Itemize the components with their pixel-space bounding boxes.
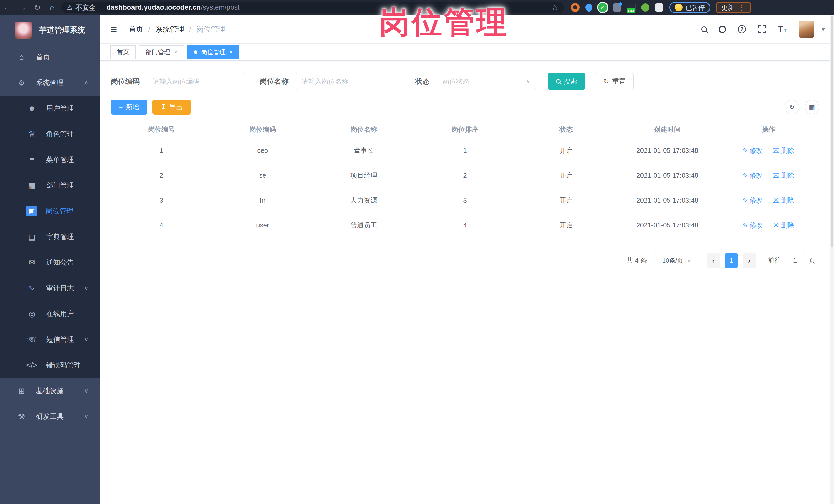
page-size-select[interactable]: 10条/页 ∨ (654, 253, 695, 268)
edit-link[interactable]: ✎修改 (743, 171, 763, 180)
code-icon: </> (26, 361, 38, 370)
sidebar-item-home[interactable]: ⌂ 首页 (0, 44, 100, 70)
extension-grid-icon[interactable] (613, 3, 621, 12)
post-code-input[interactable] (147, 73, 244, 90)
close-icon[interactable]: × (174, 48, 177, 56)
sidebar-item-online-users[interactable]: ◎ 在线用户 (0, 301, 100, 327)
page-scrollbar[interactable] (830, 15, 834, 504)
avatar-caret-down-icon[interactable]: ▾ (822, 26, 825, 33)
font-size-icon[interactable]: T T (778, 25, 787, 33)
home-icon: ⌂ (16, 52, 27, 61)
cell-post-id: 3 (111, 188, 212, 213)
next-page-button[interactable]: › (743, 254, 756, 268)
browser-forward-icon[interactable]: → (15, 3, 30, 12)
browser-menu-kebab-icon[interactable]: ⋮ (738, 3, 745, 12)
url-path: /system/post (201, 4, 240, 12)
extension-green-check-icon[interactable]: ✓ (598, 3, 607, 12)
add-button[interactable]: + 新增 (111, 100, 147, 114)
prev-page-button[interactable]: ‹ (707, 254, 720, 268)
sms-icon: ☏ (26, 335, 38, 344)
edit-link[interactable]: ✎修改 (743, 146, 763, 155)
sidebar-item-notices[interactable]: ✉ 通知公告 (0, 249, 100, 275)
sidebar-item-menus[interactable]: ≡ 菜单管理 (0, 147, 100, 173)
sidebar-item-sms[interactable]: ☏ 短信管理 ∨ (0, 327, 100, 352)
status-select[interactable]: 岗位状态 ∨ (437, 73, 536, 90)
extension-greasemonkey-icon[interactable]: GM (627, 4, 636, 11)
sidebar-item-infrastructure[interactable]: ⊞ 基础设施 ∨ (0, 378, 100, 403)
goto-label: 前往 (768, 256, 781, 265)
search-button[interactable]: 搜索 (548, 73, 585, 90)
scrollbar-thumb[interactable] (831, 16, 833, 247)
extensions-puzzle-icon[interactable] (655, 3, 663, 12)
sidebar-item-error-codes[interactable]: </> 错误码管理 (0, 352, 100, 378)
refresh-table-button[interactable]: ↻ (785, 100, 799, 114)
extension-orange-ring-icon[interactable] (571, 3, 579, 12)
tab-departments[interactable]: 部门管理 × (139, 45, 184, 59)
status-label: 状态 (415, 76, 430, 86)
main-content: 岗位编码 岗位名称 状态 岗位状态 ∨ 搜索 ↻ 重置 + (100, 61, 830, 504)
status-select-placeholder: 岗位状态 (443, 77, 526, 86)
delete-link[interactable]: ⌧删除 (772, 221, 794, 230)
delete-label: 删除 (781, 221, 794, 230)
close-icon[interactable]: × (229, 48, 233, 56)
sidebar-item-label: 字典管理 (46, 232, 74, 241)
breadcrumb-home[interactable]: 首页 (129, 24, 143, 34)
active-tab-dot (194, 50, 197, 54)
browser-reload-icon[interactable]: ↻ (30, 3, 45, 12)
hamburger-icon[interactable]: ≡ (110, 23, 117, 36)
extension-icons: ✓ GM (571, 3, 663, 12)
extension-leaf-icon[interactable] (641, 3, 650, 12)
sidebar-item-posts[interactable]: ▣ 岗位管理 (0, 198, 100, 224)
help-icon[interactable]: ? (738, 25, 746, 34)
sidebar-item-label: 岗位管理 (46, 206, 73, 216)
edit-link[interactable]: ✎修改 (743, 196, 763, 205)
delete-link[interactable]: ⌧删除 (772, 196, 794, 205)
github-icon[interactable] (719, 26, 726, 33)
search-button-icon (556, 79, 561, 84)
browser-back-icon[interactable]: ← (0, 3, 15, 12)
fullscreen-icon[interactable] (758, 25, 766, 34)
cell-create-time: 2021-01-05 17:03:48 (617, 138, 718, 163)
current-page-button[interactable]: 1 (725, 254, 738, 268)
cell-post-sort: 4 (414, 213, 515, 238)
edit-link[interactable]: ✎修改 (743, 221, 763, 230)
security-warning-icon[interactable]: ⚠ (67, 4, 72, 11)
sidebar-item-departments[interactable]: ▦ 部门管理 (0, 173, 100, 198)
edit-icon: ✎ (743, 147, 748, 154)
sidebar: 芋道管理系统 ⌂ 首页 ⚙ 系统管理 ∧ ☻ 用户管理 ♛ 角色管理 ≡ 菜单管… (0, 15, 100, 504)
sidebar-item-dictionary[interactable]: ▤ 字典管理 (0, 224, 100, 249)
cell-post-code: ceo (212, 138, 313, 163)
tab-posts[interactable]: 岗位管理 × (188, 45, 239, 59)
sidebar-item-audit-log[interactable]: ✎ 审计日志 ∨ (0, 275, 100, 301)
add-button-label: 新增 (126, 103, 139, 112)
cell-post-id: 1 (111, 138, 212, 163)
search-icon[interactable] (701, 26, 707, 32)
user-avatar[interactable] (798, 21, 814, 38)
column-settings-button[interactable]: ▦ (805, 100, 819, 114)
post-code-label: 岗位编码 (111, 76, 140, 86)
browser-home-icon[interactable]: ⌂ (45, 3, 60, 12)
col-status: 状态 (516, 121, 617, 138)
browser-update-button[interactable]: 更新 ⋮ (716, 2, 751, 13)
sidebar-item-system[interactable]: ⚙ 系统管理 ∧ (0, 70, 100, 95)
edit-label: 修改 (749, 171, 763, 180)
paused-extension-pill[interactable]: 已暂停 (670, 2, 710, 13)
post-name-input[interactable] (296, 73, 393, 90)
dictionary-icon: ▤ (26, 232, 38, 241)
bookmark-star-icon[interactable]: ☆ (551, 3, 558, 12)
goto-page-input[interactable] (786, 253, 804, 268)
delete-link[interactable]: ⌧删除 (772, 171, 794, 180)
sidebar-item-roles[interactable]: ♛ 角色管理 (0, 121, 100, 147)
extension-location-pin-icon[interactable] (584, 2, 594, 13)
tab-home[interactable]: 首页 (110, 45, 135, 59)
breadcrumb-system[interactable]: 系统管理 (155, 24, 184, 34)
sidebar-item-dev-tools[interactable]: ⚒ 研发工具 ∨ (0, 403, 100, 429)
chevron-down-icon: ∨ (84, 285, 88, 291)
delete-link[interactable]: ⌧删除 (772, 146, 794, 155)
export-button[interactable]: ↧ 导出 (152, 100, 191, 114)
overlay-annotation-title: 岗位管理 (379, 2, 509, 43)
app-logo-row[interactable]: 芋道管理系统 (0, 15, 100, 44)
sidebar-item-users[interactable]: ☻ 用户管理 (0, 95, 100, 121)
reset-button[interactable]: ↻ 重置 (595, 73, 634, 90)
table-row: 3 hr 人力资源 3 开启 2021-01-05 17:03:48 ✎修改 ⌧… (111, 188, 819, 213)
